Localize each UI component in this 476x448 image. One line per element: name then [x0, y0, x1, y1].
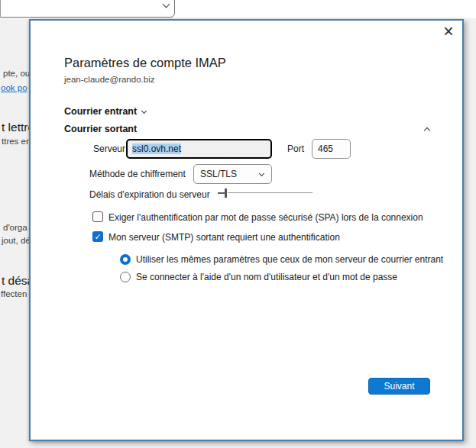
- use-same-settings-radio-label: Utiliser les mêmes paramètres que ceux d…: [136, 254, 443, 265]
- checkbox-unchecked-icon[interactable]: [92, 211, 103, 222]
- next-button[interactable]: Suivant: [368, 378, 430, 395]
- server-label: Serveur: [93, 143, 125, 154]
- checkbox-checked-icon[interactable]: ✓: [92, 231, 103, 242]
- port-label: Port: [287, 143, 304, 154]
- background-link-fragment: ook po: [1, 83, 28, 92]
- encryption-method-select[interactable]: SSL/TLS: [193, 164, 272, 184]
- encryption-method-value: SSL/TLS: [200, 169, 237, 179]
- chevron-up-icon[interactable]: [424, 127, 430, 134]
- slider-track-right: [228, 192, 312, 193]
- server-value: ssl0.ovh.net: [132, 143, 181, 154]
- account-email: jean-claude@rando.biz: [64, 75, 154, 84]
- login-password-radio-label: Se connecter à l'aide d'un nom d'utilisa…: [136, 272, 397, 282]
- smtp-auth-checkbox-row[interactable]: ✓ Mon serveur (SMTP) sortant requiert un…: [92, 231, 459, 243]
- dialog-title: Paramètres de compte IMAP: [64, 56, 226, 70]
- smtp-auth-checkbox-label: Mon serveur (SMTP) sortant requiert une …: [108, 232, 340, 243]
- close-icon[interactable]: ×: [439, 22, 458, 42]
- use-same-settings-radio-row[interactable]: Utiliser les mêmes paramètres que ceux d…: [120, 254, 471, 266]
- spa-auth-checkbox-label: Exiger l'authentification par mot de pas…: [108, 212, 423, 223]
- login-password-radio-row[interactable]: Se connecter à l'aide d'un nom d'utilisa…: [120, 272, 471, 284]
- port-input[interactable]: 465: [312, 139, 351, 159]
- background-text-fragment: d'orga: [3, 223, 28, 232]
- background-text-fragment: ffecten: [1, 289, 27, 298]
- background-text-fragment: ttres en: [2, 137, 31, 146]
- server-timeout-label: Délais d'expiration du serveur: [89, 189, 210, 200]
- radio-selected-icon[interactable]: [120, 254, 131, 265]
- server-input[interactable]: ssl0.ovh.net: [126, 139, 272, 159]
- background-text-fragment: pte, ou: [3, 69, 30, 78]
- radio-unselected-icon[interactable]: [120, 272, 131, 282]
- section-incoming-mail[interactable]: Courrier entrant: [64, 106, 146, 117]
- background-divider: [0, 0, 1, 18]
- encryption-method-label: Méthode de chiffrement: [89, 169, 186, 179]
- selected-text: ssl0.ovh.net: [132, 143, 181, 154]
- slider-thumb[interactable]: [225, 189, 227, 198]
- background-text-fragment: jout, dé: [2, 236, 31, 245]
- port-value: 465: [318, 143, 333, 154]
- spa-auth-checkbox-row[interactable]: Exiger l'authentification par mot de pas…: [92, 211, 459, 224]
- server-timeout-slider[interactable]: [218, 188, 313, 198]
- section-incoming-label: Courrier entrant: [64, 106, 137, 117]
- imap-settings-dialog: × Paramètres de compte IMAP jean-claude@…: [29, 19, 464, 441]
- background-combobox[interactable]: [0, 0, 175, 18]
- section-outgoing-mail[interactable]: Courrier sortant: [64, 124, 137, 134]
- chevron-down-icon: [259, 171, 264, 176]
- chevron-down-icon: [141, 108, 147, 114]
